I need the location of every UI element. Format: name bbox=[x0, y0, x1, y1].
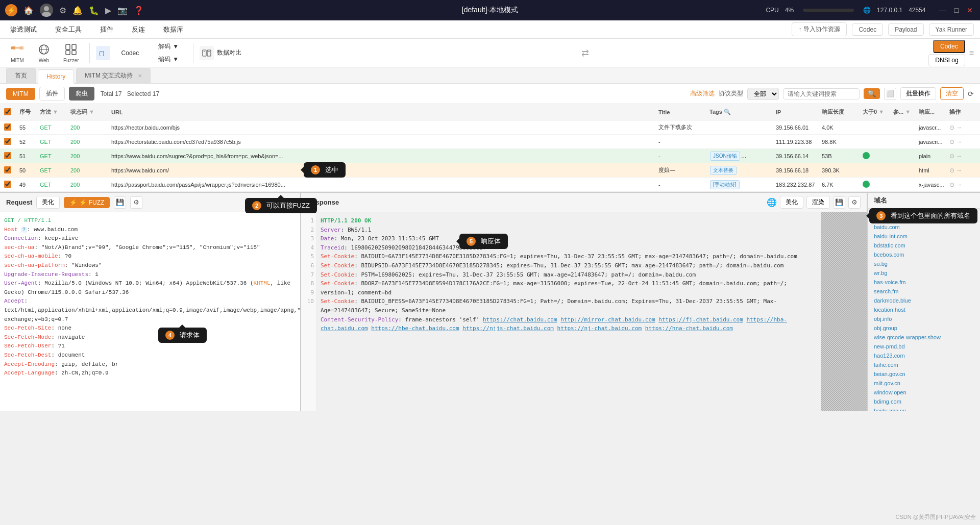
codec-tab-btn[interactable]: Codec bbox=[933, 40, 965, 53]
tab-home[interactable]: 首页 bbox=[6, 68, 36, 83]
domain-item[interactable]: wr.bg bbox=[868, 268, 980, 278]
action-icon-1[interactable]: ⊙ bbox=[949, 167, 954, 174]
domain-item[interactable]: wise-qrcode-wrapper.show bbox=[868, 333, 980, 342]
home-icon[interactable]: 🏠 bbox=[23, 6, 34, 15]
fuzz-btn[interactable]: ⚡ ⚡ FUZZ bbox=[64, 197, 110, 208]
action-icon-1[interactable]: ⊙ bbox=[949, 138, 954, 145]
data-compare-label[interactable]: 数据对比 bbox=[217, 48, 241, 57]
domain-item[interactable]: search.fm bbox=[868, 287, 980, 296]
bug-icon[interactable]: 🐛 bbox=[89, 6, 99, 15]
render-btn[interactable]: 渲染 bbox=[806, 196, 830, 209]
menu-penetration[interactable]: 渗透测试 bbox=[6, 23, 41, 36]
row-checkbox[interactable] bbox=[4, 181, 11, 188]
settings-icon[interactable]: ⚙ bbox=[59, 6, 66, 15]
close-btn[interactable]: ✕ bbox=[967, 6, 973, 14]
maximize-btn[interactable]: □ bbox=[954, 6, 959, 14]
large-filter-icon[interactable]: ▼ bbox=[878, 109, 884, 115]
menu-reverse[interactable]: 反连 bbox=[128, 23, 149, 36]
domain-item[interactable]: hao123.com bbox=[868, 351, 980, 360]
table-row[interactable]: 49 GET 200 https://passport.baidu.com/pa… bbox=[0, 178, 980, 192]
table-row[interactable]: 55 GET 200 https://hector.baidu.com/bjs … bbox=[0, 120, 980, 135]
domain-item[interactable]: obj.info bbox=[868, 314, 980, 323]
save-response-btn[interactable]: 💾 bbox=[833, 196, 845, 209]
batch-ops-btn[interactable]: 批量操作 bbox=[900, 87, 936, 100]
tab-history[interactable]: History bbox=[38, 69, 74, 84]
filter-icon-btn[interactable]: ⬜ bbox=[884, 88, 896, 100]
domain-item[interactable]: darkmode.blue bbox=[868, 296, 980, 305]
beautify-response-btn[interactable]: 美化 bbox=[780, 196, 803, 209]
mitm-tool[interactable]: ✕ MITM bbox=[6, 40, 29, 65]
terminal-icon[interactable]: ▶ bbox=[105, 6, 111, 15]
protocol-select[interactable]: 全部 bbox=[747, 88, 779, 100]
crawler-filter-btn[interactable]: 爬虫 bbox=[69, 87, 94, 101]
domain-item[interactable]: bdstatic.com bbox=[868, 241, 980, 250]
sidebar-toggle[interactable]: ≡ bbox=[969, 48, 974, 58]
domain-item[interactable]: window.open bbox=[868, 388, 980, 397]
tab-close-icon[interactable]: ✕ bbox=[138, 73, 142, 79]
avatar[interactable] bbox=[40, 4, 53, 17]
web-tool[interactable]: Web bbox=[33, 40, 55, 65]
payload-menu-btn[interactable]: Payload bbox=[888, 23, 923, 36]
settings-request-btn[interactable]: ⚙ bbox=[130, 196, 142, 209]
row-checkbox[interactable] bbox=[4, 138, 11, 145]
refresh-btn[interactable]: ⟳ bbox=[968, 90, 974, 98]
save-request-btn[interactable]: 💾 bbox=[114, 196, 126, 209]
domain-item[interactable]: taihe.com bbox=[868, 360, 980, 369]
method-filter-icon[interactable]: ▼ bbox=[53, 109, 58, 115]
tab-mitm-interact[interactable]: MITM 交互式劫持 ✕ bbox=[76, 68, 150, 83]
menu-security-tools[interactable]: 安全工具 bbox=[51, 23, 86, 36]
param-filter-icon[interactable]: ▼ bbox=[905, 109, 911, 115]
codec-label-btn[interactable]: Codec bbox=[117, 48, 143, 58]
beautify-request-btn[interactable]: 美化 bbox=[36, 196, 60, 209]
decode-btn[interactable]: 解码 ▼ bbox=[154, 41, 183, 52]
row-checkbox[interactable] bbox=[4, 123, 11, 131]
table-row[interactable]: 52 GET 200 https://hectorstatic.baidu.co… bbox=[0, 135, 980, 149]
status-filter-icon[interactable]: ▼ bbox=[89, 109, 94, 115]
yak-runner-btn[interactable]: Yak Runner bbox=[929, 23, 974, 36]
action-icon-2[interactable]: → bbox=[956, 153, 962, 160]
action-icon-1[interactable]: ⊙ bbox=[949, 153, 954, 160]
dnslog-tab-btn[interactable]: DNSLog bbox=[928, 54, 965, 66]
camera-icon[interactable]: 📷 bbox=[117, 6, 128, 15]
menu-plugins[interactable]: 插件 bbox=[96, 23, 117, 36]
domain-item[interactable]: baidu-img.cn bbox=[868, 406, 980, 411]
action-icon-1[interactable]: ⊙ bbox=[949, 124, 954, 131]
row-checkbox[interactable] bbox=[4, 152, 11, 159]
domain-item[interactable]: beian.gov.cn bbox=[868, 369, 980, 379]
bell-icon[interactable]: 🔔 bbox=[72, 6, 83, 15]
mitm-filter-btn[interactable]: MITM bbox=[6, 88, 35, 100]
domain-item[interactable]: obj.group bbox=[868, 323, 980, 333]
tags-filter-icon[interactable]: 🔍 bbox=[724, 109, 731, 115]
adv-filter-btn[interactable]: 高级筛选 bbox=[690, 89, 715, 98]
fuzzer-tool[interactable]: Fuzzer bbox=[59, 40, 83, 65]
codec-menu-btn[interactable]: Codec bbox=[852, 23, 883, 36]
clear-btn[interactable]: 清空 bbox=[940, 87, 964, 100]
domain-item[interactable]: baidu-int.com bbox=[868, 232, 980, 241]
import-resource-btn[interactable]: ↑ 导入协作资源 bbox=[792, 22, 847, 36]
plugin-filter-btn[interactable]: 插件 bbox=[39, 87, 65, 101]
domain-item[interactable]: su.bg bbox=[868, 259, 980, 268]
domain-item[interactable]: new-pmd.bd bbox=[868, 342, 980, 351]
encode-btn[interactable]: 编码 ▼ bbox=[154, 54, 183, 65]
minimize-btn[interactable]: — bbox=[939, 6, 946, 14]
select-all-checkbox[interactable] bbox=[4, 108, 11, 115]
action-icon-2[interactable]: → bbox=[956, 167, 962, 174]
table-row[interactable]: 51 GET 200 https://www.baidu.com/sugrec?… bbox=[0, 149, 980, 163]
action-icon-2[interactable]: → bbox=[956, 181, 962, 188]
row-checkbox[interactable] bbox=[4, 166, 11, 173]
domain-item[interactable]: has-voice.fm bbox=[868, 278, 980, 287]
settings-response-btn[interactable]: ⚙ bbox=[848, 196, 861, 209]
help-icon[interactable]: ❓ bbox=[134, 6, 144, 15]
transfer-icon[interactable]: ⇄ bbox=[581, 47, 589, 59]
search-btn[interactable]: 🔍 bbox=[864, 88, 880, 99]
action-icon-1[interactable]: ⊙ bbox=[949, 181, 954, 188]
domain-item[interactable]: miit.gov.cn bbox=[868, 379, 980, 388]
domain-item[interactable]: bcebos.com bbox=[868, 250, 980, 259]
search-input[interactable] bbox=[783, 88, 860, 99]
table-row[interactable]: 50 GET 200 https://www.baidu.com/ 度娘— 文本… bbox=[0, 163, 980, 178]
action-icon-2[interactable]: → bbox=[956, 138, 962, 145]
domain-item[interactable]: baidu.com bbox=[868, 222, 980, 232]
menu-database[interactable]: 数据库 bbox=[159, 23, 187, 36]
domain-item[interactable]: location.host bbox=[868, 305, 980, 314]
domain-item[interactable]: bdimg.com bbox=[868, 397, 980, 406]
